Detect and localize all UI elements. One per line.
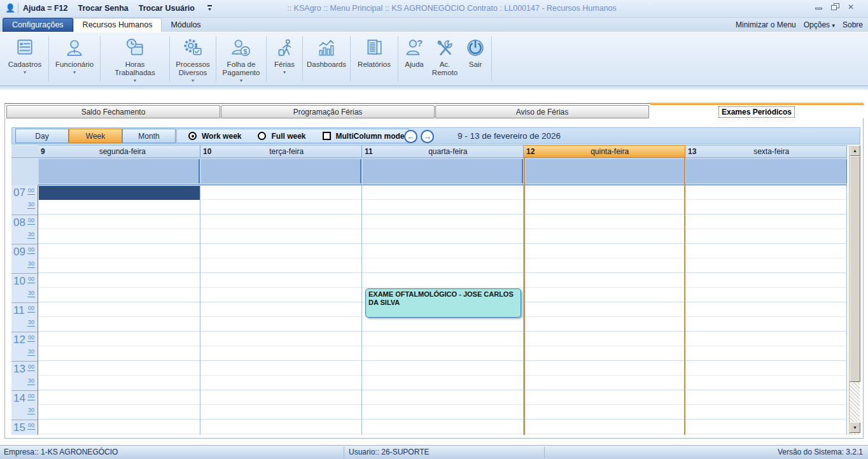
view-week-button[interactable]: Week: [69, 129, 122, 143]
titlebar-separator: [18, 3, 18, 13]
sair-button[interactable]: Sair: [461, 34, 490, 84]
ferias-button[interactable]: Férias ▾: [268, 34, 301, 84]
power-icon: [466, 36, 485, 59]
hour-label: 120030: [11, 332, 38, 361]
date-range-label: 9 - 13 de fevereiro de 2026: [458, 131, 561, 141]
grid-column-quinta[interactable]: [524, 185, 685, 435]
grid-column-sexta[interactable]: [685, 185, 847, 435]
full-week-radio[interactable]: Full week: [258, 132, 305, 141]
ribbon-separator: [48, 36, 49, 81]
dashboards-button[interactable]: Dashboards: [304, 34, 349, 84]
triangle-down-icon: ▼: [853, 425, 857, 430]
day-header-terca[interactable]: 10terça-feira: [200, 145, 362, 158]
grid-column-segunda[interactable]: [38, 185, 200, 435]
statusbar-usuario: Usuario:: 26-SUPORTE: [349, 448, 430, 456]
tab-programacao-ferias[interactable]: Programação Férias: [221, 105, 435, 118]
arrow-left-icon: ←: [407, 132, 415, 141]
chevron-down-icon: ▾: [832, 22, 835, 29]
selected-timeslot[interactable]: [39, 186, 200, 200]
ribbon-separator: [169, 36, 170, 81]
radio-unchecked-icon: [258, 132, 266, 140]
dropdown-arrow-icon: ▾: [24, 70, 26, 75]
dropdown-arrow-icon: ▾: [240, 78, 242, 83]
svg-text:$: $: [243, 48, 247, 55]
payroll-icon: $: [231, 36, 251, 59]
vertical-scrollbar[interactable]: ▲ ▼: [849, 145, 860, 435]
day-header-quinta-today[interactable]: 12quinta-feira: [524, 145, 685, 158]
ribbon: Cadastros ▾ Funcionário ▾ Horas Trabalha…: [0, 32, 868, 85]
tab-saldo-fechamento[interactable]: Saldo Fechamento: [6, 105, 220, 118]
hour-label: 080030: [11, 215, 38, 244]
tools-icon: [435, 36, 454, 59]
ribbon-separator: [398, 36, 398, 81]
previous-week-button[interactable]: ←: [404, 130, 417, 143]
allday-cell-today[interactable]: [526, 159, 684, 183]
allday-cell[interactable]: [686, 159, 847, 183]
funcionario-button[interactable]: Funcionário ▾: [50, 34, 99, 84]
tab-aviso-de-ferias[interactable]: Aviso de Férias: [435, 105, 649, 118]
window-controls: ✕: [813, 3, 858, 11]
minimizar-menu-link[interactable]: Minimizar o Menu: [736, 20, 796, 29]
minimize-button[interactable]: [813, 3, 825, 11]
minimize-icon: [815, 8, 822, 10]
acesso-remoto-button[interactable]: Ac. Remoto: [429, 34, 461, 84]
dropdown-arrow-icon: ▾: [283, 70, 286, 75]
trocar-senha-link[interactable]: Trocar Senha: [78, 4, 129, 13]
hour-label: 130030: [11, 361, 38, 390]
statusbar-versao: Versão do Sistema: 3.2.1: [778, 448, 863, 456]
hour-label: 100030: [11, 273, 38, 302]
ajuda-button[interactable]: ? Ajuda: [400, 34, 429, 84]
close-button[interactable]: ✕: [846, 3, 858, 11]
time-gutter: 070030 080030 090030 100030 110030 12003…: [11, 185, 38, 435]
trocar-usuario-link[interactable]: Trocar Usuário: [139, 4, 195, 13]
titlebar: 👤 Ajuda = F12 Trocar Senha Trocar Usuári…: [0, 0, 868, 18]
tab-exames-periodicos[interactable]: Exames Periódicos: [650, 105, 864, 118]
cadastros-button[interactable]: Cadastros ▾: [3, 34, 47, 84]
ribbon-tab-modulos[interactable]: Módulos: [162, 18, 209, 32]
app-icon: 👤: [5, 3, 15, 13]
day-header-quarta[interactable]: 11quarta-feira: [362, 145, 524, 158]
checkbox-unchecked-icon: [323, 132, 331, 140]
triangle-up-icon: ▲: [853, 148, 857, 153]
dropdown-arrow-icon: ▾: [192, 78, 194, 83]
sobre-link[interactable]: Sobre: [843, 20, 863, 29]
processos-diversos-button[interactable]: Processos Diversos ▾: [171, 34, 214, 84]
statusbar: Empresa:: 1-KS AGRONEGÓCIO Usuario:: 26-…: [0, 445, 868, 459]
ribbon-bottom-strip: [0, 85, 868, 90]
scroll-down-button[interactable]: ▼: [850, 422, 860, 433]
hour-label: 110030: [11, 302, 38, 332]
arrow-right-icon: →: [423, 132, 431, 141]
ribbon-separator: [266, 36, 267, 81]
ribbon-separator: [491, 36, 492, 81]
allday-cell[interactable]: [39, 159, 200, 183]
ribbon-tab-recursos-humanos[interactable]: Recursos Humanos: [73, 18, 162, 32]
ribbon-separator: [302, 36, 303, 81]
horas-trabalhadas-button[interactable]: Horas Trabalhadas ▾: [102, 34, 168, 84]
ajuda-f12-link[interactable]: Ajuda = F12: [23, 4, 68, 13]
restore-button[interactable]: [830, 3, 841, 11]
allday-cell[interactable]: [201, 159, 361, 183]
report-icon: [365, 36, 384, 59]
scroll-up-button[interactable]: ▲: [850, 145, 860, 156]
view-month-button[interactable]: Month: [122, 129, 176, 143]
day-header-sexta[interactable]: 13sexta-feira: [685, 145, 847, 158]
ribbon-tab-configuracoes[interactable]: Configurações: [3, 18, 73, 32]
gear-calendar-icon: [183, 36, 203, 59]
scrollbar-thumb[interactable]: [850, 156, 860, 382]
opcoes-menu[interactable]: Opções ▾: [804, 20, 835, 29]
window-title: :: KSAgro :: Menu Principal :: KS AGRONE…: [255, 4, 649, 13]
view-day-button[interactable]: Day: [15, 129, 69, 143]
folha-pagamento-button[interactable]: $ Folha de Pagamento ▾: [218, 34, 265, 84]
work-week-radio[interactable]: Work week: [188, 132, 241, 141]
calendar-event[interactable]: EXAME OFTALMOLÓGICO - JOSE CARLOS DA SIL…: [365, 288, 521, 318]
allday-cell[interactable]: [363, 159, 523, 183]
grid-column-terca[interactable]: [200, 185, 362, 435]
toolbar-overflow-icon[interactable]: ▼: [207, 5, 212, 12]
relatorios-button[interactable]: Relatórios: [352, 34, 396, 84]
hour-label: 090030: [11, 244, 38, 273]
day-header-segunda[interactable]: 9segunda-feira: [38, 145, 200, 158]
hour-label: 070030: [11, 185, 38, 215]
next-week-button[interactable]: →: [421, 130, 434, 143]
calendar-toolbar: Day Week Month Work week Full week Multi…: [11, 127, 860, 145]
multicolumn-checkbox[interactable]: MultiColumn mode: [323, 132, 405, 141]
